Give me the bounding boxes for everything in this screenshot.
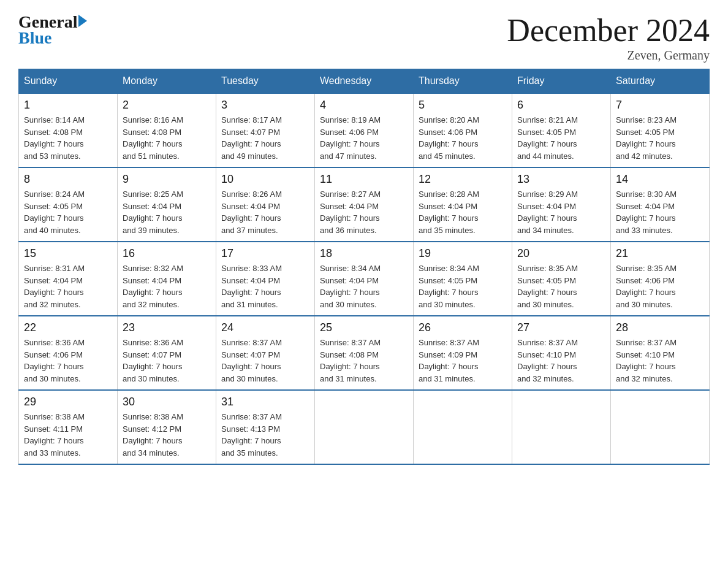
sunset-label: Sunset: 4:08 PM [123,128,181,137]
day-info: Sunrise: 8:17 AM Sunset: 4:07 PM Dayligh… [221,114,309,162]
daylight-label: Daylight: 7 hours [517,139,577,148]
daylight-label: Daylight: 7 hours [419,213,479,223]
daylight-label: Daylight: 7 hours [221,436,281,445]
table-row: 31 Sunrise: 8:37 AM Sunset: 4:13 PM Dayl… [216,390,315,464]
day-number: 24 [221,321,309,334]
daylight-minutes: and 51 minutes. [123,151,180,161]
sunset-label: Sunset: 4:05 PM [419,276,477,285]
daylight-minutes: and 47 minutes. [320,151,377,161]
day-number: 27 [517,321,605,334]
daylight-minutes: and 32 minutes. [24,300,81,309]
daylight-label: Daylight: 7 hours [24,213,84,223]
sunrise-label: Sunrise: 8:36 AM [24,338,85,347]
day-info: Sunrise: 8:36 AM Sunset: 4:06 PM Dayligh… [24,337,112,385]
table-row: 18 Sunrise: 8:34 AM Sunset: 4:04 PM Dayl… [315,242,414,316]
daylight-minutes: and 30 minutes. [616,300,673,309]
sunrise-label: Sunrise: 8:29 AM [517,190,578,199]
sunrise-label: Sunrise: 8:19 AM [320,115,381,124]
table-row: 11 Sunrise: 8:27 AM Sunset: 4:04 PM Dayl… [315,167,414,242]
sunset-label: Sunset: 4:05 PM [616,128,675,137]
table-row: 24 Sunrise: 8:37 AM Sunset: 4:07 PM Dayl… [216,316,315,390]
day-number: 12 [419,173,507,186]
daylight-label: Daylight: 7 hours [320,139,380,148]
table-row: 12 Sunrise: 8:28 AM Sunset: 4:04 PM Dayl… [414,167,512,242]
day-number: 31 [221,396,309,408]
day-number: 16 [123,247,211,260]
daylight-minutes: and 30 minutes. [517,300,574,309]
daylight-minutes: and 32 minutes. [123,300,180,309]
day-number: 28 [616,321,704,334]
header-monday: Monday [118,69,216,94]
daylight-minutes: and 30 minutes. [123,374,180,383]
day-info: Sunrise: 8:29 AM Sunset: 4:04 PM Dayligh… [517,188,605,236]
daylight-label: Daylight: 7 hours [123,362,183,371]
day-number: 7 [616,99,704,112]
day-number: 2 [123,99,211,112]
sunset-label: Sunset: 4:07 PM [123,350,181,359]
daylight-minutes: and 36 minutes. [320,226,377,235]
sunrise-label: Sunrise: 8:21 AM [517,115,578,124]
day-info: Sunrise: 8:38 AM Sunset: 4:11 PM Dayligh… [24,411,112,459]
sunrise-label: Sunrise: 8:33 AM [221,264,282,273]
sunrise-label: Sunrise: 8:38 AM [123,412,183,421]
daylight-minutes: and 45 minutes. [419,151,476,161]
table-row: 6 Sunrise: 8:21 AM Sunset: 4:05 PM Dayli… [512,93,611,167]
day-info: Sunrise: 8:32 AM Sunset: 4:04 PM Dayligh… [123,262,211,310]
daylight-minutes: and 30 minutes. [24,374,81,383]
day-number: 6 [517,99,605,112]
logo: General Blue [18,12,87,48]
day-number: 9 [123,173,211,186]
table-row: 1 Sunrise: 8:14 AM Sunset: 4:08 PM Dayli… [19,93,118,167]
day-info: Sunrise: 8:30 AM Sunset: 4:04 PM Dayligh… [616,188,704,236]
daylight-minutes: and 31 minutes. [221,300,278,309]
table-row [414,390,512,464]
table-row: 21 Sunrise: 8:35 AM Sunset: 4:06 PM Dayl… [611,242,710,316]
day-info: Sunrise: 8:16 AM Sunset: 4:08 PM Dayligh… [123,114,211,162]
day-info: Sunrise: 8:37 AM Sunset: 4:09 PM Dayligh… [419,337,507,385]
daylight-label: Daylight: 7 hours [419,362,479,371]
daylight-label: Daylight: 7 hours [419,139,479,148]
sunrise-label: Sunrise: 8:37 AM [616,338,677,347]
table-row [315,390,414,464]
daylight-minutes: and 32 minutes. [616,374,673,383]
sunrise-label: Sunrise: 8:26 AM [221,190,282,199]
location-text: Zeven, Germany [507,48,710,63]
daylight-label: Daylight: 7 hours [517,288,577,297]
daylight-minutes: and 30 minutes. [320,300,377,309]
daylight-minutes: and 33 minutes. [616,226,673,235]
day-info: Sunrise: 8:37 AM Sunset: 4:13 PM Dayligh… [221,411,309,459]
day-info: Sunrise: 8:37 AM Sunset: 4:07 PM Dayligh… [221,337,309,385]
day-info: Sunrise: 8:20 AM Sunset: 4:06 PM Dayligh… [419,114,507,162]
daylight-label: Daylight: 7 hours [221,288,281,297]
day-info: Sunrise: 8:37 AM Sunset: 4:10 PM Dayligh… [616,337,704,385]
sunrise-label: Sunrise: 8:24 AM [24,190,85,199]
daylight-label: Daylight: 7 hours [320,213,380,223]
daylight-label: Daylight: 7 hours [320,362,380,371]
day-info: Sunrise: 8:23 AM Sunset: 4:05 PM Dayligh… [616,114,704,162]
sunrise-label: Sunrise: 8:37 AM [221,338,282,347]
sunset-label: Sunset: 4:04 PM [320,202,379,211]
sunset-label: Sunset: 4:08 PM [320,350,379,359]
sunrise-label: Sunrise: 8:37 AM [320,338,381,347]
sunset-label: Sunset: 4:04 PM [24,276,83,285]
day-number: 15 [24,247,112,260]
day-info: Sunrise: 8:25 AM Sunset: 4:04 PM Dayligh… [123,188,211,236]
day-number: 17 [221,247,309,260]
table-row: 20 Sunrise: 8:35 AM Sunset: 4:05 PM Dayl… [512,242,611,316]
sunset-label: Sunset: 4:07 PM [221,350,280,359]
day-info: Sunrise: 8:31 AM Sunset: 4:04 PM Dayligh… [24,262,112,310]
table-row: 15 Sunrise: 8:31 AM Sunset: 4:04 PM Dayl… [19,242,118,316]
day-info: Sunrise: 8:24 AM Sunset: 4:05 PM Dayligh… [24,188,112,236]
day-number: 13 [517,173,605,186]
daylight-label: Daylight: 7 hours [616,288,676,297]
table-row: 19 Sunrise: 8:34 AM Sunset: 4:05 PM Dayl… [414,242,512,316]
sunrise-label: Sunrise: 8:16 AM [123,115,183,124]
sunset-label: Sunset: 4:04 PM [123,202,181,211]
day-number: 21 [616,247,704,260]
daylight-minutes: and 34 minutes. [517,226,574,235]
daylight-minutes: and 30 minutes. [221,374,278,383]
day-number: 22 [24,321,112,334]
day-number: 1 [24,99,112,112]
day-info: Sunrise: 8:14 AM Sunset: 4:08 PM Dayligh… [24,114,112,162]
day-number: 23 [123,321,211,334]
